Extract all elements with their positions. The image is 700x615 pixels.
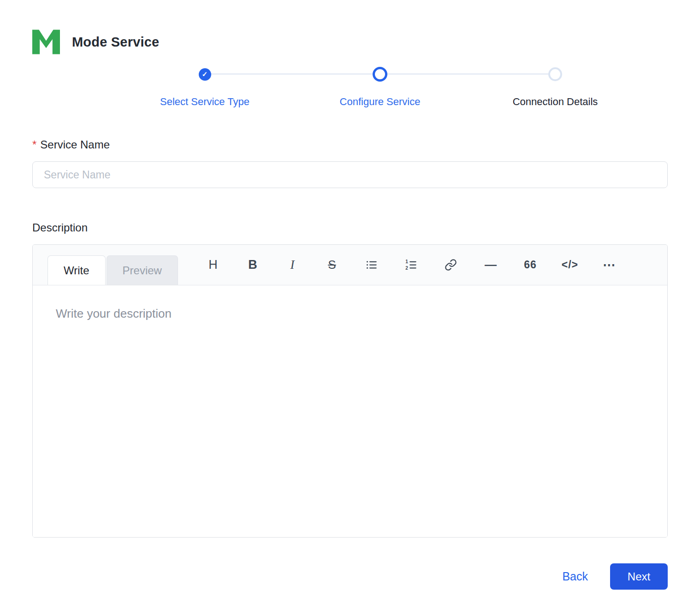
- mode-logo-icon: [32, 30, 60, 54]
- quote-icon[interactable]: 66: [521, 256, 540, 274]
- step-active-circle: [373, 67, 387, 82]
- unordered-list-icon[interactable]: [362, 256, 381, 274]
- tab-write[interactable]: Write: [47, 255, 106, 285]
- tab-preview[interactable]: Preview: [107, 255, 178, 285]
- description-textarea[interactable]: [33, 285, 667, 537]
- check-icon: ✓: [202, 70, 208, 78]
- svg-text:2: 2: [406, 266, 409, 271]
- editor-body: [33, 285, 667, 537]
- ordered-list-icon[interactable]: 1 2: [402, 256, 421, 274]
- step-label: Configure Service: [292, 96, 468, 108]
- stepper: ✓ Select Service Type Configure Service …: [117, 66, 643, 108]
- page-title: Mode Service: [72, 35, 159, 50]
- step-configure-service[interactable]: Configure Service: [292, 66, 468, 108]
- step-circle-row: [468, 66, 643, 82]
- header-icon[interactable]: H: [204, 256, 222, 274]
- link-icon[interactable]: [442, 256, 460, 274]
- step-connection-details[interactable]: Connection Details: [468, 66, 643, 108]
- horizontal-rule-icon[interactable]: —: [481, 256, 500, 274]
- code-icon[interactable]: </>: [561, 256, 579, 274]
- step-circle-row: ✓: [117, 66, 292, 82]
- italic-icon[interactable]: I: [283, 256, 302, 274]
- service-name-label-text: Service Name: [40, 138, 110, 151]
- strikethrough-icon[interactable]: S: [323, 256, 341, 274]
- back-button[interactable]: Back: [562, 570, 588, 583]
- mode-service-page: Mode Service ✓ Select Service Type Confi…: [0, 0, 700, 615]
- step-label: Connection Details: [468, 96, 643, 108]
- step-circle-row: [292, 66, 468, 82]
- editor-toolbar-bar: Write Preview H B I S: [33, 245, 667, 285]
- step-label: Select Service Type: [117, 96, 292, 108]
- markdown-editor: Write Preview H B I S: [32, 244, 668, 538]
- svg-text:1: 1: [406, 259, 409, 264]
- description-label: Description: [32, 221, 668, 234]
- app-header: Mode Service: [32, 30, 668, 54]
- next-button[interactable]: Next: [610, 563, 668, 590]
- step-completed-circle: ✓: [199, 68, 211, 81]
- more-icon[interactable]: ⋯: [600, 256, 619, 274]
- bold-icon[interactable]: B: [243, 256, 262, 274]
- editor-toolbar: H B I S: [204, 245, 667, 285]
- editor-tabs: Write Preview: [47, 255, 178, 285]
- required-asterisk: *: [32, 138, 36, 151]
- service-name-input[interactable]: [32, 161, 668, 188]
- footer-actions: Back Next: [32, 563, 668, 590]
- step-upcoming-circle: [548, 67, 562, 81]
- step-select-service-type[interactable]: ✓ Select Service Type: [117, 66, 292, 108]
- service-name-label: *Service Name: [32, 138, 668, 151]
